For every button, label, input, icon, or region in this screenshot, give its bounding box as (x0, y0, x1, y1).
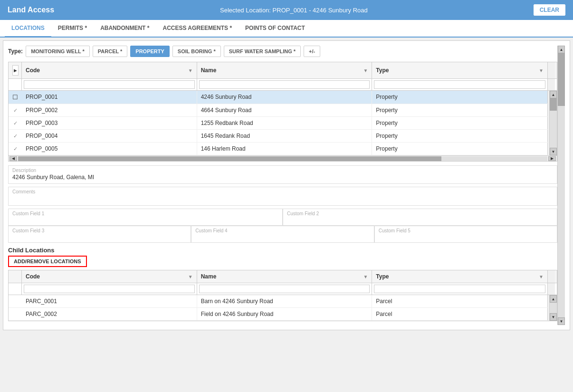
filter-code-input[interactable] (24, 80, 195, 89)
child-th-name-sort: ▼ (363, 274, 368, 279)
child-filter-type (372, 283, 547, 295)
description-label: Description (9, 166, 557, 173)
tab-locations[interactable]: LOCATIONS (5, 20, 51, 38)
custom-field-1-label: Custom Field 1 (9, 209, 282, 216)
comments-label: Comments (9, 187, 557, 194)
expand-button[interactable]: ► (12, 65, 19, 76)
main-content: Type: MONITORING WELL * PARCEL * PROPERT… (8, 46, 557, 325)
child-th-type-sort: ▼ (539, 274, 544, 279)
add-remove-locations-button[interactable]: ADD/REMOVE LOCATIONS (8, 256, 87, 267)
child-row-check (9, 295, 22, 307)
clear-button[interactable]: CLEAR (534, 4, 565, 16)
app-title: Land Access (8, 6, 54, 14)
child-th-type[interactable]: Type ▼ (372, 270, 547, 283)
child-th-name-label: Name (201, 273, 217, 280)
child-locations-title: Child Locations (8, 243, 557, 256)
child-table-row[interactable]: PARC_0002 Field on 4246 Sunbury Road Par… (9, 308, 557, 321)
scroll-track[interactable] (18, 156, 547, 161)
row-code: PROP_0002 (22, 104, 197, 116)
main-container: Type: MONITORING WELL * PARCEL * PROPERT… (3, 40, 570, 330)
child-filter-type-input[interactable] (374, 285, 545, 293)
th-type[interactable]: Type ▼ (372, 62, 547, 78)
row-code: PROP_0004 (22, 130, 197, 142)
child-filter-code (22, 283, 197, 295)
custom-field-4-label: Custom Field 4 (191, 226, 373, 233)
child-table-vscrollbar[interactable]: ▲ ▼ (549, 295, 557, 321)
custom-field-2-label: Custom Field 2 (283, 209, 557, 216)
filter-row (9, 79, 557, 91)
th-name-sort-icon: ▼ (363, 68, 368, 73)
selected-location: Selected Location: PROP_0001 - 4246 Sunb… (220, 7, 368, 14)
child-table-row[interactable]: PARC_0001 Barn on 4246 Sunbury Road Parc… (9, 295, 557, 308)
child-filter-check (9, 283, 22, 295)
filter-type-col (372, 79, 547, 90)
table-row[interactable]: ✓ PROP_0004 1645 Redank Road Property (9, 130, 557, 143)
custom-field-2: Custom Field 2 (283, 209, 557, 226)
row-check: ✓ (9, 143, 22, 155)
custom-field-5-label: Custom Field 5 (375, 226, 557, 233)
th-code[interactable]: Code ▼ (22, 62, 197, 78)
tab-permits[interactable]: PERMITS * (51, 20, 94, 38)
custom-field-3-value[interactable] (9, 233, 191, 237)
child-row-code: PARC_0002 (22, 308, 197, 320)
row-type: Property (372, 143, 547, 155)
table-row[interactable]: ✓ PROP_0003 1255 Redbank Road Property (9, 117, 557, 130)
tab-abandonment[interactable]: ABANDONMENT * (94, 20, 156, 38)
child-row-type: Parcel (372, 308, 547, 320)
child-th-code[interactable]: Code ▼ (22, 270, 197, 283)
table-vscrollbar[interactable]: ▲ ▼ (549, 91, 557, 155)
custom-field-3: Custom Field 3 (8, 226, 191, 243)
th-type-label: Type (376, 67, 389, 74)
row-code: PROP_0003 (22, 117, 197, 129)
th-name-label: Name (201, 67, 217, 74)
type-btn-parcel[interactable]: PARCEL * (93, 46, 128, 57)
child-filter-row (9, 283, 557, 295)
type-btn-soil-boring[interactable]: SOIL BORING * (172, 46, 221, 57)
type-btn-monitoring-well[interactable]: MONITORING WELL * (26, 46, 90, 57)
scroll-right-btn[interactable]: ▶ (548, 156, 556, 161)
custom-field-5: Custom Field 5 (374, 226, 557, 243)
filter-type-input[interactable] (374, 80, 545, 89)
scroll-thumb (18, 156, 441, 161)
row-name: 1645 Redank Road (197, 130, 372, 142)
type-btn-property[interactable]: PROPERTY (130, 46, 170, 57)
table-row[interactable]: ✓ PROP_0002 4664 Sunbury Road Property (9, 104, 557, 117)
filter-name-input[interactable] (199, 80, 370, 89)
custom-field-1-value[interactable] (9, 216, 282, 220)
custom-field-5-value[interactable] (375, 233, 557, 237)
row-check: ✓ (9, 130, 22, 142)
tab-access-agreements[interactable]: ACCESS AGREEMENTS * (156, 20, 239, 38)
th-type-sort-icon: ▼ (539, 68, 544, 73)
table-hscrollbar[interactable]: ◀ ▶ (9, 155, 557, 161)
child-locations-section: Child Locations ADD/REMOVE LOCATIONS Cod… (8, 243, 557, 321)
th-name[interactable]: Name ▼ (197, 62, 372, 78)
row-name: 1255 Redbank Road (197, 117, 372, 129)
table-row[interactable]: ☐ PROP_0001 4246 Sunbury Road Property (9, 91, 557, 104)
child-row-code: PARC_0001 (22, 295, 197, 307)
comments-value[interactable] (9, 194, 557, 198)
description-value[interactable]: 4246 Sunbury Road, Galena, MI (9, 173, 557, 183)
row-type: Property (372, 104, 547, 116)
child-row-name: Barn on 4246 Sunbury Road (197, 295, 372, 307)
row-check: ✓ (9, 104, 22, 116)
row-name: 4246 Sunbury Road (197, 91, 372, 104)
child-filter-name-input[interactable] (199, 285, 370, 293)
child-th-code-label: Code (26, 273, 40, 280)
type-label: Type: (8, 48, 23, 55)
child-th-check (9, 270, 22, 283)
main-vscrollbar[interactable]: ▲ ▼ (557, 46, 565, 325)
row-name: 146 Harlem Road (197, 143, 372, 155)
expand-col: ► (9, 62, 22, 78)
tab-points-of-contact[interactable]: POINTS OF CONTACT (239, 20, 312, 38)
child-th-name[interactable]: Name ▼ (197, 270, 372, 283)
table-header: ► Code ▼ Name ▼ Type ▼ (9, 62, 557, 79)
custom-field-3-label: Custom Field 3 (9, 226, 191, 233)
row-code: PROP_0001 (22, 91, 197, 104)
custom-field-2-value[interactable] (283, 216, 557, 220)
type-btn-surf-water[interactable]: SURF WATER SAMPLING * (224, 46, 301, 57)
child-filter-code-input[interactable] (24, 285, 195, 293)
custom-field-4-value[interactable] (191, 233, 373, 237)
table-row[interactable]: ✓ PROP_0005 146 Harlem Road Property (9, 143, 557, 155)
scroll-left-btn[interactable]: ◀ (10, 156, 17, 161)
type-btn-plus-minus[interactable]: +/- (304, 46, 320, 57)
